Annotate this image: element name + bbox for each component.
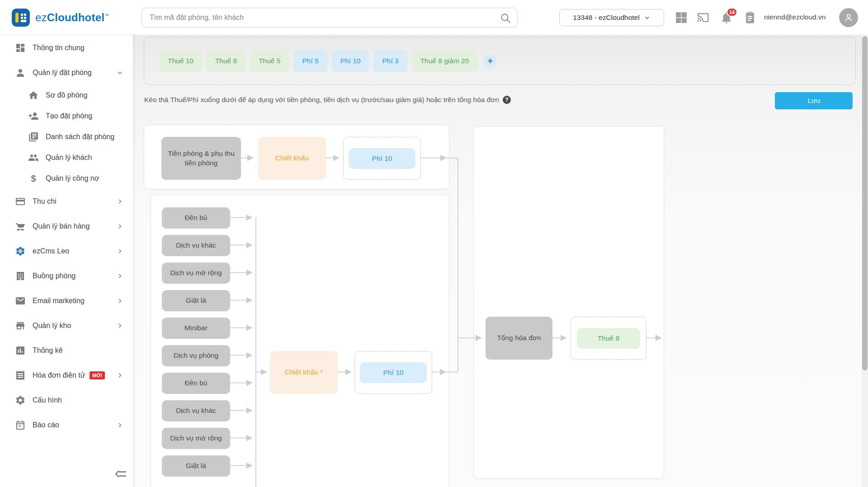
service-node[interactable]: Dịch vụ khác: [162, 400, 230, 421]
tax-fee-chip-tray: Thuế 10 Thuế 8 Thuế 5 Phí 5 Phí 10 Phí 3…: [144, 37, 856, 85]
dollar-icon: $: [28, 173, 39, 184]
service-node[interactable]: Đền bù: [162, 207, 230, 229]
sidebar-item-ezcms-leo[interactable]: ezCms Leo: [0, 239, 133, 263]
fee-drop-slot[interactable]: Phí 10: [343, 137, 421, 180]
calendar-icon: [15, 420, 26, 431]
chevron-right-icon: [117, 273, 123, 279]
cart-icon: [15, 221, 26, 232]
page-scrollbar-thumb[interactable]: [862, 36, 868, 370]
new-badge: MỚI: [90, 371, 105, 379]
fee-node[interactable]: Phí 10: [360, 362, 427, 383]
sidebar-item-quan-ly-kho[interactable]: Quản lý kho: [0, 313, 133, 338]
sidebar-item-quan-ly-dat-phong[interactable]: Quản lý đặt phòng: [0, 60, 133, 85]
add-tax-fee-button[interactable]: +: [483, 54, 497, 68]
page-scrollbar-track: [862, 35, 868, 487]
sidebar-item-so-do-phong[interactable]: Sơ đồ phòng: [0, 85, 133, 106]
person-icon: [843, 12, 854, 23]
store-icon: [15, 320, 26, 331]
clipboard-tasks-icon[interactable]: [743, 11, 757, 24]
sidebar-item-hoa-don-dien-tu[interactable]: Hóa đơn điện tử MỚI: [0, 363, 133, 388]
notification-count-badge: 14: [726, 8, 737, 17]
app-root: ezCloudhotel™ 13348 - ezCloudhotel: [0, 0, 868, 487]
invoice-total-node[interactable]: Tổng hóa đơn: [486, 317, 552, 360]
room-charge-node[interactable]: Tiền phòng & phụ thu tiền phòng: [161, 137, 241, 180]
chip-tax[interactable]: Thuế 8 giảm 20: [412, 50, 478, 72]
chevron-down-icon: [117, 70, 123, 76]
logo-text: ezCloudhotel™: [35, 11, 109, 24]
chevron-right-icon: [117, 372, 123, 379]
service-node[interactable]: Dịch vụ khác: [162, 235, 230, 256]
flower-icon: [15, 246, 26, 257]
sidebar-item-cau-hinh[interactable]: Cấu hình: [0, 388, 133, 412]
discount-node[interactable]: Chiết khấu: [258, 137, 326, 180]
chip-fee[interactable]: Phí 5: [293, 50, 327, 72]
discount-node[interactable]: Chiết khấu *: [270, 351, 338, 394]
sidebar-item-tao-dat-phong[interactable]: Tạo đặt phòng: [0, 106, 133, 126]
collapse-sidebar-icon: [114, 468, 127, 480]
sidebar-item-quan-ly-khach[interactable]: Quản lý khách: [0, 147, 133, 168]
fee-drop-slot[interactable]: Phí 10: [354, 351, 432, 394]
sidebar-item-quan-ly-ban-hang[interactable]: Quản lý bán hàng: [0, 214, 133, 239]
chevron-right-icon: [117, 223, 123, 229]
sidebar-item-thong-tin-chung[interactable]: Thông tin chung: [0, 35, 133, 60]
dashboard-icon: [15, 42, 26, 53]
room-charge-flow-card: Tiền phòng & phụ thu tiền phòng Chiết kh…: [144, 125, 449, 189]
booking-list-icon: [28, 131, 39, 142]
service-node[interactable]: Dịch vụ mở rộng: [162, 262, 230, 284]
top-header: ezCloudhotel™ 13348 - ezCloudhotel: [0, 0, 868, 35]
user-email: niennd@ezcloud.vn: [764, 13, 826, 21]
chevron-right-icon: [117, 298, 123, 304]
gear-icon: [15, 395, 26, 406]
apps-grid-icon[interactable]: [675, 11, 688, 24]
sidebar-collapse-button[interactable]: [0, 461, 133, 487]
chevron-down-icon: [644, 14, 651, 21]
search-input[interactable]: [142, 8, 517, 27]
sidebar-item-quan-ly-cong-no[interactable]: $ Quản lý công nợ: [0, 168, 133, 189]
service-charge-flow-card: Đền bù Dịch vụ khác Dịch vụ mở rộng Giặt…: [151, 195, 449, 487]
logo-icon: [12, 9, 30, 27]
chip-fee[interactable]: Phí 3: [373, 50, 407, 72]
sidebar-item-email-marketing[interactable]: Email marketing: [0, 288, 133, 313]
service-node[interactable]: Dịch vụ mở rộng: [162, 428, 230, 449]
app-logo[interactable]: ezCloudhotel™: [12, 9, 109, 27]
tax-drop-slot[interactable]: Thuế 8: [571, 317, 646, 360]
person-icon: [15, 67, 26, 78]
service-node[interactable]: Dịch vụ phòng: [162, 345, 230, 366]
chevron-right-icon: [117, 198, 123, 205]
tax-node[interactable]: Thuế 8: [577, 328, 640, 349]
instruction-text: Kéo thả Thuế/Phí xuống dưới để áp dụng v…: [144, 96, 499, 104]
fee-node[interactable]: Phí 10: [349, 148, 415, 169]
avatar[interactable]: [839, 8, 858, 27]
instruction-row: Kéo thả Thuế/Phí xuống dưới để áp dụng v…: [144, 96, 511, 104]
hotel-selector[interactable]: 13348 - ezCloudhotel: [559, 9, 664, 26]
sidebar-item-buong-phong[interactable]: Buồng phòng: [0, 263, 133, 288]
chip-tax[interactable]: Thuế 8: [207, 50, 245, 72]
service-node[interactable]: Giặt là: [162, 290, 230, 311]
person-add-icon: [28, 111, 39, 122]
search-box: [141, 8, 518, 28]
sidebar-item-thong-ke[interactable]: Thống kê: [0, 338, 133, 363]
sidebar-item-bao-cao[interactable]: Báo cáo: [0, 412, 133, 437]
chevron-right-icon: [117, 422, 123, 428]
service-node[interactable]: Minibar: [162, 318, 230, 339]
chip-tax[interactable]: Thuế 5: [250, 50, 289, 72]
service-node[interactable]: Đền bù: [162, 373, 230, 394]
save-button[interactable]: Lưu: [775, 92, 853, 109]
notification-bell-icon[interactable]: 14: [720, 11, 733, 24]
card-icon: [15, 196, 26, 207]
chip-tax[interactable]: Thuế 10: [159, 50, 202, 72]
service-node[interactable]: Giặt là: [162, 455, 230, 477]
sidebar: Thông tin chung Quản lý đặt phòng Sơ đồ …: [0, 35, 133, 487]
building-icon: [15, 271, 26, 281]
help-icon[interactable]: ?: [503, 96, 511, 104]
chevron-right-icon: [117, 323, 123, 329]
sidebar-item-thu-chi[interactable]: Thu chi: [0, 189, 133, 214]
home-icon: [28, 90, 39, 101]
chip-fee[interactable]: Phí 10: [332, 50, 369, 72]
search-icon[interactable]: [500, 12, 511, 24]
cast-icon[interactable]: [696, 11, 710, 24]
hotel-selector-value: 13348 - ezCloudhotel: [573, 14, 639, 22]
chevron-right-icon: [117, 248, 123, 254]
sidebar-item-danh-sach-dat-phong[interactable]: Danh sách đặt phòng: [0, 126, 133, 147]
mail-icon: [15, 295, 26, 306]
